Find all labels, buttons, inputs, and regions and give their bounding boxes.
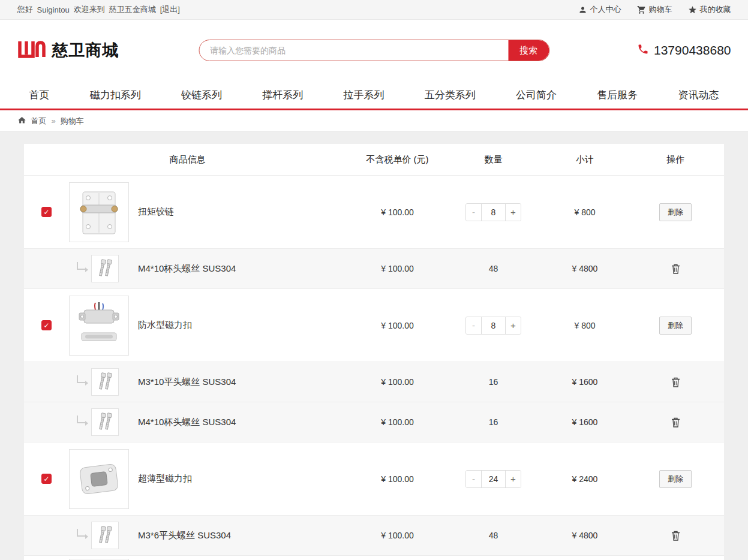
cart-main-row: ✓防水型磁力扣¥ 100.00-8+¥ 800删除 <box>24 288 724 362</box>
unit-price: ¥ 100.00 <box>351 531 444 540</box>
action-cell: 删除 <box>627 470 724 488</box>
product-image-cell <box>69 368 138 396</box>
product-name: M3*6平头螺丝 SUS304 <box>138 530 351 541</box>
unit-price: ¥ 100.00 <box>351 417 444 427</box>
row-checkbox[interactable]: ✓ <box>41 320 52 330</box>
trash-icon-button[interactable] <box>669 375 683 390</box>
product-image[interactable] <box>91 368 119 396</box>
topbar: 您好 Suigintou 欢迎来到 慈卫五金商城 [退出] 个人中心 购物车 我… <box>0 0 748 20</box>
cart-partial-row <box>24 555 724 560</box>
trash-icon-button[interactable] <box>669 415 683 430</box>
cart-sub-row: M4*10杯头螺丝 SUS304¥ 100.0016¥ 1600 <box>24 402 724 442</box>
product-image-cell <box>69 556 138 560</box>
nav-item-magnetic-catch-series[interactable]: 磁力扣系列 <box>90 88 141 102</box>
quantity-decrease-button[interactable]: - <box>466 204 481 221</box>
quantity-decrease-button[interactable]: - <box>466 317 481 334</box>
quantity-value[interactable]: 8 <box>481 204 506 221</box>
product-image-cell <box>69 182 138 242</box>
action-cell: 删除 <box>627 203 724 221</box>
topbar-welcome: 您好 Suigintou 欢迎来到 慈卫五金商城 [退出] <box>17 4 180 15</box>
product-image[interactable] <box>69 182 129 242</box>
action-cell <box>627 415 724 430</box>
action-cell <box>627 528 724 543</box>
quantity-increase-button[interactable]: + <box>506 471 521 487</box>
contact-phone: 13790438680 <box>637 43 731 58</box>
quantity-increase-button[interactable]: + <box>506 204 521 221</box>
nav-item-support-rod-series[interactable]: 撑杆系列 <box>262 88 303 102</box>
quantity-stepper: -8+ <box>465 203 521 221</box>
row-checkbox[interactable]: ✓ <box>41 207 52 217</box>
cart-sub-row: M3*6平头螺丝 SUS304¥ 100.0048¥ 4800 <box>24 515 724 555</box>
subtotal: ¥ 4800 <box>543 264 627 273</box>
main-content: 商品信息 不含税单价 (元) 数量 小计 操作 ✓扭矩铰链¥ 100.00-8+… <box>0 144 748 560</box>
logout-link[interactable]: [退出] <box>160 4 180 15</box>
subtotal: ¥ 4800 <box>543 531 627 540</box>
quantity-decrease-button[interactable]: - <box>466 471 481 487</box>
sub-item-arrow-icon <box>77 416 86 423</box>
subtotal: ¥ 800 <box>543 321 627 330</box>
topbar-links: 个人中心 购物车 我的收藏 <box>578 4 731 15</box>
search-bar: 搜索 <box>199 40 549 61</box>
quantity-stepper: -8+ <box>465 317 521 335</box>
phone-number: 13790438680 <box>654 43 731 58</box>
main-nav: 首页 磁力扣系列 铰链系列 撑杆系列 拉手系列 五分类系列 公司简介 售后服务 … <box>0 81 748 110</box>
trash-icon-button[interactable] <box>669 528 683 543</box>
search-button[interactable]: 搜索 <box>508 40 549 61</box>
cart-main-row: ✓扭矩铰链¥ 100.00-8+¥ 800删除 <box>24 175 724 248</box>
product-image[interactable] <box>91 522 119 549</box>
cart-table: 商品信息 不含税单价 (元) 数量 小计 操作 ✓扭矩铰链¥ 100.00-8+… <box>24 144 724 560</box>
cart-sub-row: M3*10平头螺丝 SUS304¥ 100.0016¥ 1600 <box>24 362 724 402</box>
home-icon <box>17 116 26 127</box>
action-cell: 删除 <box>627 317 724 335</box>
breadcrumb-home-link[interactable]: 首页 <box>31 116 47 127</box>
product-image-cell <box>69 255 138 282</box>
row-select-cell: ✓ <box>24 474 69 484</box>
delete-button[interactable]: 删除 <box>659 203 692 221</box>
sub-item-arrow-icon <box>77 262 86 270</box>
topbar-link-favorites[interactable]: 我的收藏 <box>688 4 731 15</box>
nav-item-company-profile[interactable]: 公司简介 <box>516 88 557 102</box>
nav-item-home[interactable]: 首页 <box>29 88 50 102</box>
site-logo[interactable]: 慈卫商城 <box>17 39 119 62</box>
topbar-link-cart[interactable]: 购物车 <box>637 4 672 15</box>
product-name: M4*10杯头螺丝 SUS304 <box>138 417 351 428</box>
nav-item-news[interactable]: 资讯动态 <box>678 88 719 102</box>
product-image[interactable] <box>69 449 129 509</box>
site-header: 慈卫商城 搜索 13790438680 <box>0 20 748 81</box>
nav-item-handle-series[interactable]: 拉手系列 <box>344 88 384 102</box>
product-name: 防水型磁力扣 <box>138 320 351 331</box>
product-image[interactable] <box>91 408 119 436</box>
sub-item-arrow-icon <box>77 529 86 537</box>
topbar-link-label: 个人中心 <box>590 4 621 15</box>
product-image-cell <box>69 522 138 549</box>
nav-item-after-sales[interactable]: 售后服务 <box>597 88 638 102</box>
product-image-cell <box>69 449 138 509</box>
user-icon <box>578 5 587 14</box>
column-action: 操作 <box>627 154 724 165</box>
quantity-value[interactable]: 8 <box>481 317 506 334</box>
trash-icon-button[interactable] <box>669 261 683 276</box>
product-image[interactable] <box>91 255 119 282</box>
product-name: 扭矩铰链 <box>138 206 351 218</box>
username: Suigintou <box>37 5 70 14</box>
topbar-link-personal-center[interactable]: 个人中心 <box>578 4 621 15</box>
topbar-link-label: 我的收藏 <box>700 4 731 15</box>
unit-price: ¥ 100.00 <box>351 264 444 273</box>
delete-button[interactable]: 删除 <box>659 317 692 335</box>
welcome-text: 欢迎来到 <box>74 4 105 15</box>
nav-item-five-category-series[interactable]: 五分类系列 <box>425 88 476 102</box>
quantity-cell: -8+ <box>444 317 543 335</box>
product-image-cell <box>69 408 138 436</box>
row-checkbox[interactable]: ✓ <box>41 474 52 484</box>
search-input[interactable] <box>199 40 508 61</box>
breadcrumb-separator: » <box>52 116 56 125</box>
site-name: 慈卫五金商城 <box>109 4 156 15</box>
quantity-increase-button[interactable]: + <box>506 317 521 334</box>
quantity-cell: -24+ <box>444 470 543 488</box>
delete-button[interactable]: 删除 <box>659 470 692 488</box>
unit-price: ¥ 100.00 <box>351 377 444 387</box>
product-image[interactable] <box>69 296 129 356</box>
topbar-link-label: 购物车 <box>649 4 672 15</box>
quantity-value[interactable]: 24 <box>481 471 506 487</box>
nav-item-hinge-series[interactable]: 铰链系列 <box>181 88 222 102</box>
